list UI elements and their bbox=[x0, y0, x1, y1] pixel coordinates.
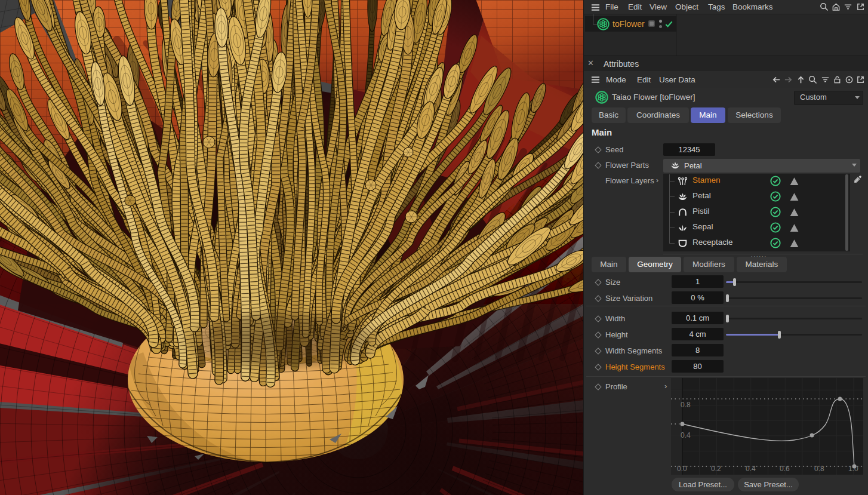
svg-text:0.0: 0.0 bbox=[677, 465, 687, 473]
svg-text:0.2: 0.2 bbox=[711, 465, 721, 473]
svg-text:0.8: 0.8 bbox=[681, 401, 691, 409]
svg-text:0.8: 0.8 bbox=[814, 465, 824, 473]
svg-text:0.4: 0.4 bbox=[746, 465, 756, 473]
svg-text:0.4: 0.4 bbox=[681, 431, 691, 439]
svg-text:0.6: 0.6 bbox=[780, 465, 790, 473]
